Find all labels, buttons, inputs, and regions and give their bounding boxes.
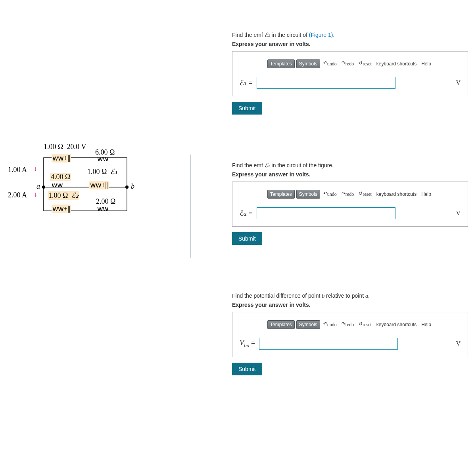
prompt-e2: Find the emf ℰ₂ in the circuit of the fi… [232, 162, 468, 169]
label-r-4: 4.00 Ω [50, 173, 71, 181]
answer-input-vba[interactable] [259, 338, 398, 350]
reset-button[interactable]: ↺reset [357, 190, 373, 199]
arrow-i1-icon: ↓ [34, 164, 37, 173]
symbols-button[interactable]: Symbols [296, 190, 320, 199]
undo-button[interactable]: ↶undo [322, 321, 338, 329]
undo-button[interactable]: ↶undo [322, 60, 338, 68]
templates-button[interactable]: Templates [267, 190, 295, 199]
lhs-vba: Vba = [240, 339, 255, 349]
toolbar-vba: Templates Symbols ↶undo ↷redo ↺reset key… [240, 320, 461, 329]
label-i1: 1.00 A [8, 166, 27, 174]
instr-vba: Express your answer in volts. [232, 302, 468, 308]
resistor-6-icon: ᴡᴡ [97, 155, 108, 163]
toolbar-e1: Templates Symbols ↶undo ↷redo ↺reset key… [240, 59, 461, 68]
toolbar-e2: Templates Symbols ↶undo ↷redo ↺reset key… [240, 190, 461, 199]
keyboard-shortcuts-button[interactable]: keyboard shortcuts [375, 321, 418, 329]
arrow-i2-icon: ↓ [34, 190, 37, 199]
submit-button-e1[interactable]: Submit [232, 102, 262, 115]
help-button[interactable]: Help [420, 321, 433, 329]
figure-link[interactable]: (Figure 1) [309, 32, 333, 38]
label-node-a: a [36, 182, 40, 191]
circuit-figure: 1.00 Ω 20.0 V ᴡᴡ+∥ 6.00 Ω ᴡᴡ 1.00 A ↓ 4.… [4, 143, 139, 218]
instr-e2: Express your answer in volts. [232, 171, 468, 178]
lhs-e1: ℰ₁ = [240, 78, 253, 87]
label-v-top: 20.0 V [67, 143, 86, 151]
label-r-mid1: 1.00 Ω [87, 168, 107, 176]
label-node-b: b [131, 182, 134, 191]
part-e1: Find the emf ℰ₁ in the circuit of (Figur… [232, 32, 468, 115]
reset-button[interactable]: ↺reset [357, 321, 373, 329]
resistor-top-icon: ᴡᴡ+∥ [52, 154, 71, 163]
resistor-bot-icon: ᴡᴡ+∥ [52, 205, 71, 213]
help-button[interactable]: Help [420, 60, 433, 68]
symbols-button[interactable]: Symbols [296, 59, 320, 68]
part-vba: Find the potential difference of point b… [232, 293, 468, 375]
prompt-vba: Find the potential difference of point b… [232, 293, 468, 299]
label-r-bot1: 1.00 Ω [48, 191, 68, 199]
templates-button[interactable]: Templates [267, 320, 295, 329]
redo-button[interactable]: ↷redo [340, 60, 355, 68]
answer-input-e1[interactable] [257, 77, 395, 89]
svg-point-3 [125, 185, 129, 189]
unit-e2: V [456, 210, 461, 217]
resistor-2-icon: ᴡᴡ [97, 205, 108, 213]
answer-box-e1: Templates Symbols ↶undo ↷redo ↺reset key… [232, 51, 468, 96]
redo-button[interactable]: ↷redo [340, 321, 355, 329]
answer-box-vba: Templates Symbols ↶undo ↷redo ↺reset key… [232, 312, 468, 357]
redo-button[interactable]: ↷redo [340, 190, 355, 199]
instr-e1: Express your answer in volts. [232, 41, 468, 47]
answer-input-e2[interactable] [257, 207, 395, 219]
submit-button-vba[interactable]: Submit [232, 363, 262, 375]
lhs-e2: ℰ₂ = [240, 209, 253, 218]
svg-point-2 [42, 185, 45, 189]
help-button[interactable]: Help [420, 190, 433, 198]
label-r-top: 1.00 Ω [44, 143, 63, 151]
resistor-4-icon: ᴡᴡ [52, 181, 63, 189]
unit-e1: V [456, 79, 461, 86]
templates-button[interactable]: Templates [267, 59, 295, 68]
undo-button[interactable]: ↶undo [322, 190, 338, 199]
answer-box-e2: Templates Symbols ↶undo ↷redo ↺reset key… [232, 182, 468, 227]
symbols-button[interactable]: Symbols [296, 320, 320, 329]
column-divider [190, 155, 191, 258]
prompt-e1: Find the emf ℰ₁ in the circuit of (Figur… [232, 32, 468, 38]
unit-vba: V [456, 340, 461, 347]
keyboard-shortcuts-button[interactable]: keyboard shortcuts [375, 60, 418, 68]
part-e2: Find the emf ℰ₂ in the circuit of the fi… [232, 162, 468, 245]
submit-button-e2[interactable]: Submit [232, 232, 262, 245]
label-emf2: ℰ₂ [71, 191, 79, 199]
keyboard-shortcuts-button[interactable]: keyboard shortcuts [375, 190, 418, 198]
resistor-mid-icon: ᴡᴡ+∥ [89, 181, 109, 189]
label-emf1: ℰ₁ [110, 168, 117, 176]
label-i2: 2.00 A [8, 191, 27, 199]
reset-button[interactable]: ↺reset [357, 60, 373, 68]
